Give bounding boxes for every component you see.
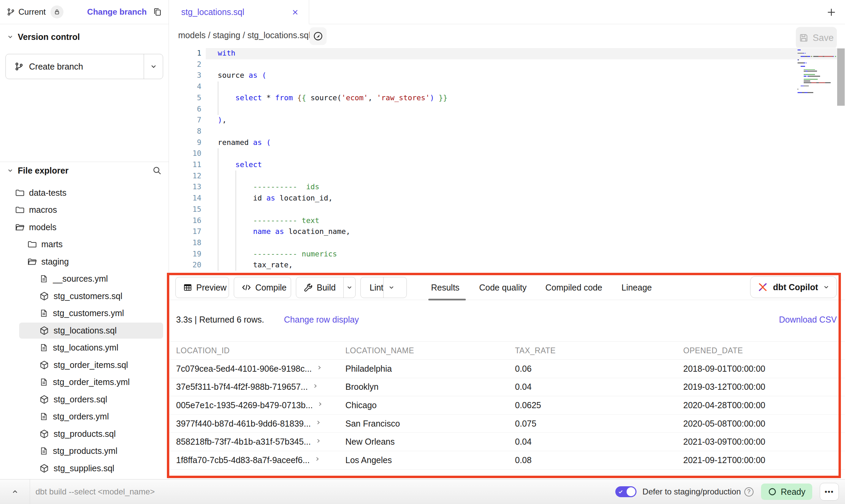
- file-item-stg-customers-sql[interactable]: stg_customers.sql: [0, 287, 169, 305]
- file-item-staging[interactable]: staging: [0, 253, 169, 270]
- current-branch[interactable]: Current: [7, 5, 63, 18]
- expand-row-chevron[interactable]: [316, 420, 321, 425]
- code-line[interactable]: name as location_name,: [218, 226, 447, 237]
- column-header[interactable]: OPENED_DATE: [683, 346, 845, 355]
- code-editor[interactable]: 1234567891011121314151617181920 with sou…: [169, 48, 845, 275]
- expand-row-chevron[interactable]: [317, 401, 323, 407]
- code-line[interactable]: ---------- numerics: [218, 249, 447, 260]
- code-line[interactable]: [218, 59, 447, 70]
- status-circle-icon: [768, 487, 777, 496]
- file-item-marts[interactable]: marts: [0, 236, 169, 253]
- column-header[interactable]: LOCATION_NAME: [345, 346, 515, 355]
- table-cell: 0.08: [515, 455, 683, 465]
- code-line[interactable]: tax_rate,: [218, 260, 447, 271]
- help-icon[interactable]: ?: [744, 487, 754, 496]
- column-header[interactable]: TAX_RATE: [515, 346, 683, 355]
- file-icon: [40, 447, 48, 455]
- code-line[interactable]: ---------- text: [218, 215, 447, 226]
- preview-button[interactable]: Preview: [175, 277, 229, 298]
- save-button[interactable]: Save: [796, 27, 837, 49]
- chevron-down-icon: [150, 63, 157, 70]
- file-item-stg-order-items-sql[interactable]: stg_order_items.sql: [0, 356, 169, 374]
- lint-button[interactable]: Lint: [360, 277, 407, 298]
- file-item-label: stg_products.sql: [54, 429, 116, 439]
- file-item-stg-order-items-yml[interactable]: stg_order_items.yml: [0, 374, 169, 391]
- file-item-stg-locations-sql[interactable]: stg_locations.sql: [0, 322, 169, 339]
- model-icon: [40, 395, 49, 404]
- expand-row-chevron[interactable]: [315, 456, 320, 462]
- code-line[interactable]: select * from {{ source('ecom', 'raw_sto…: [218, 92, 447, 104]
- file-item-stg-orders-yml[interactable]: stg_orders.yml: [0, 408, 169, 426]
- change-branch-link[interactable]: Change branch: [87, 7, 147, 17]
- current-branch-label: Current: [18, 7, 46, 17]
- more-options-button[interactable]: •••: [820, 483, 839, 501]
- tab-lineage[interactable]: Lineage: [621, 277, 652, 298]
- file-explorer-header[interactable]: File explorer: [0, 163, 169, 178]
- code-line[interactable]: [218, 171, 447, 182]
- search-icon[interactable]: [152, 166, 162, 175]
- compile-button[interactable]: Compile: [234, 277, 291, 298]
- new-tab-button[interactable]: [824, 5, 839, 20]
- change-row-display-link[interactable]: Change row display: [284, 315, 359, 325]
- tab-code-quality-label: Code quality: [479, 283, 527, 293]
- code-line[interactable]: source as (: [218, 70, 447, 81]
- line-number: 16: [169, 215, 201, 226]
- tab-compiled-code[interactable]: Compiled code: [545, 277, 602, 298]
- tab-results[interactable]: Results: [431, 277, 459, 298]
- code-line[interactable]: with: [218, 48, 447, 59]
- code-content[interactable]: with source as ( select * from {{ source…: [218, 48, 447, 271]
- command-input[interactable]: dbt build --select <model_name>: [35, 487, 155, 496]
- code-line[interactable]: [218, 237, 447, 249]
- scrollbar-thumb[interactable]: [837, 48, 845, 106]
- code-line[interactable]: id as location_id,: [218, 193, 447, 204]
- line-number: 1: [169, 48, 201, 59]
- column-header[interactable]: LOCATION_ID: [176, 346, 345, 355]
- file-item--sources-yml[interactable]: __sources.yml: [0, 270, 169, 288]
- expand-row-chevron[interactable]: [317, 365, 322, 370]
- file-item-stg-supplies-sql[interactable]: stg_supplies.sql: [0, 460, 169, 477]
- create-branch-dropdown[interactable]: [144, 54, 163, 79]
- file-item-label: stg_locations.yml: [53, 343, 118, 353]
- code-line[interactable]: [218, 81, 447, 92]
- tab-stg-locations[interactable]: stg_locations.sql: [169, 0, 309, 24]
- expand-row-chevron[interactable]: [313, 383, 318, 389]
- code-line[interactable]: [218, 148, 447, 159]
- line-number: 13: [169, 181, 201, 193]
- file-item-models[interactable]: models: [0, 219, 169, 236]
- file-item-stg-products-yml[interactable]: stg_products.yml: [0, 443, 169, 460]
- file-item-stg-products-sql[interactable]: stg_products.sql: [0, 425, 169, 443]
- defer-toggle[interactable]: [615, 486, 636, 497]
- tab-code-quality[interactable]: Code quality: [479, 277, 527, 298]
- build-button[interactable]: Build: [296, 277, 356, 298]
- close-icon[interactable]: [291, 8, 299, 16]
- line-number: 4: [169, 81, 201, 92]
- navigate-chip[interactable]: [310, 27, 327, 45]
- file-item-macros[interactable]: macros: [0, 202, 169, 219]
- ready-status-badge[interactable]: Ready: [761, 484, 812, 500]
- build-dropdown[interactable]: [343, 277, 355, 298]
- code-line[interactable]: [218, 126, 447, 137]
- copy-icon[interactable]: [153, 8, 162, 16]
- file-item-stg-locations-yml[interactable]: stg_locations.yml: [0, 339, 169, 357]
- dbt-copilot-button[interactable]: dbt Copilot: [750, 276, 837, 298]
- code-line[interactable]: [218, 104, 447, 115]
- file-item-stg-orders-sql[interactable]: stg_orders.sql: [0, 391, 169, 408]
- minimap[interactable]: [798, 49, 836, 93]
- collapse-command-bar[interactable]: [0, 479, 30, 504]
- expand-row-chevron[interactable]: [316, 438, 321, 444]
- code-line[interactable]: ),: [218, 115, 447, 126]
- file-item-label: staging: [41, 257, 69, 267]
- create-branch-button[interactable]: Create branch: [5, 54, 163, 79]
- file-item-stg-customers-yml[interactable]: stg_customers.yml: [0, 305, 169, 322]
- line-number: 5: [169, 92, 201, 104]
- version-control-header[interactable]: Version control: [0, 29, 169, 44]
- code-line[interactable]: [218, 204, 447, 215]
- status-bar: dbt build --select <model_name> Defer to…: [0, 479, 845, 504]
- code-line[interactable]: select: [218, 159, 447, 171]
- download-csv-link[interactable]: Download CSV: [779, 315, 837, 325]
- line-number: 19: [169, 249, 201, 260]
- lint-dropdown[interactable]: [383, 277, 399, 298]
- code-line[interactable]: renamed as (: [218, 137, 447, 148]
- code-line[interactable]: ---------- ids: [218, 181, 447, 193]
- file-item-data-tests[interactable]: data-tests: [0, 184, 169, 202]
